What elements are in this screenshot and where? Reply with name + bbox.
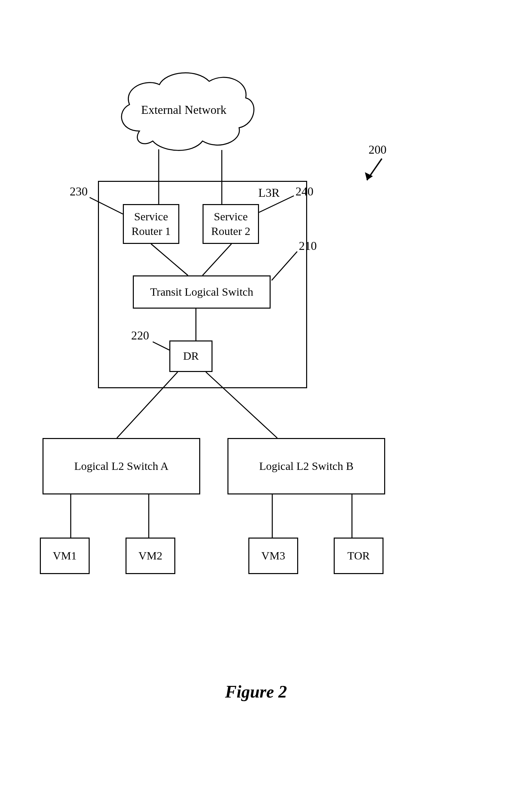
l3r-label: L3R [258,186,279,200]
svg-marker-16 [365,172,373,180]
figure-label: Figure 2 [0,682,512,701]
external-network-label: External Network [141,103,226,117]
ref-210-label: 210 [299,239,317,253]
tor-box: TOR [334,538,383,574]
logical-l2-switch-b-box: Logical L2 Switch B [227,438,385,494]
ref-200-arrow [365,158,382,180]
vm3-box: VM3 [248,538,298,574]
ref-220-label: 220 [131,328,149,343]
transit-logical-switch-box: Transit Logical Switch [133,276,271,309]
svg-line-15 [367,158,382,180]
dr-box: DR [169,341,213,372]
ref-240-label: 240 [296,184,314,198]
vm2-box: VM2 [126,538,175,574]
logical-l2-switch-a-box: Logical L2 Switch A [43,438,200,494]
vm1-box: VM1 [40,538,90,574]
service-router-1-box: Service Router 1 [123,204,179,244]
ref-200-label: 200 [369,143,386,156]
service-router-2-box: Service Router 2 [203,204,259,244]
ref-230-label: 230 [70,184,88,198]
